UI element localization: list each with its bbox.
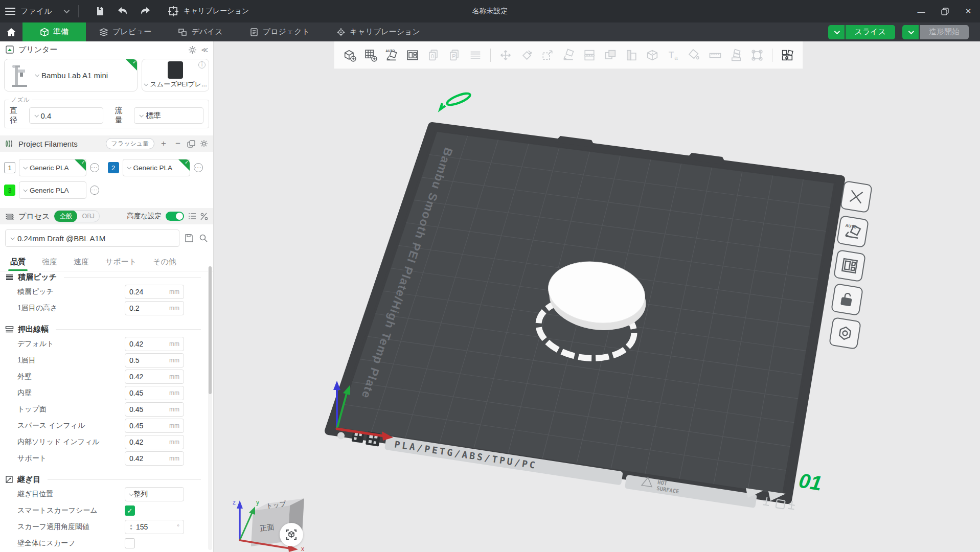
flow-select[interactable]: 標準 [134, 107, 203, 124]
setting-input[interactable]: 0.42mm [125, 435, 184, 449]
nozzle-diameter-select[interactable]: 0.4 [29, 107, 104, 124]
tab-project[interactable]: プロジェクト [236, 22, 323, 41]
save-button[interactable] [91, 2, 109, 20]
redo-button[interactable] [136, 2, 154, 20]
flush-volume-button[interactable]: フラッシュ量 [106, 138, 154, 149]
paint-tool-button[interactable] [686, 47, 702, 63]
filament-3-color-swatch[interactable]: 3 [4, 185, 15, 196]
filament-1-color-swatch[interactable]: 1 [4, 162, 15, 173]
filament-settings-gear-icon[interactable] [200, 140, 208, 148]
tab-preview[interactable]: プレビュー [86, 22, 165, 41]
scope-objects-pill[interactable]: OBJ [77, 213, 99, 220]
setting-input[interactable]: 0.24mm [125, 285, 184, 299]
setting-input[interactable]: 0.2mm [125, 301, 184, 315]
setting-input[interactable]: 0.42mm [125, 370, 184, 384]
advanced-settings-toggle[interactable] [166, 212, 184, 221]
group-header[interactable]: 押出線幅 [0, 323, 206, 336]
sidebar-scrollbar[interactable] [208, 266, 212, 550]
setting-input[interactable]: 0.45mm [125, 402, 184, 417]
filament-2-color-swatch[interactable]: 2 [108, 162, 119, 173]
calibration-shortcut[interactable]: キャリブレーション [168, 6, 249, 17]
spinner-arrows-icon[interactable]: ▲▼ [129, 523, 133, 531]
print-button[interactable]: 造形開始 [920, 25, 969, 39]
viewport-3d[interactable]: Bambu Smooth PEI Plate/High Temp Plate P… [214, 41, 980, 552]
plate-number[interactable]: 01 [797, 469, 824, 494]
add-object-button[interactable] [341, 47, 358, 63]
plate-type-card[interactable]: i スムーズPEIプレ... [142, 59, 209, 91]
collapse-sidebar-icon[interactable]: ≪ [201, 46, 208, 54]
expand-settings-list-icon[interactable] [188, 213, 196, 220]
slice-options-button[interactable] [828, 25, 845, 39]
setting-input[interactable]: 0.42mm [125, 451, 184, 466]
plate-settings-button[interactable] [829, 317, 861, 350]
boolean-button[interactable] [602, 47, 619, 63]
copy-button[interactable]: 0 [425, 47, 442, 63]
fill-modifier-button[interactable] [623, 47, 640, 63]
setting-checkbox[interactable] [125, 538, 135, 548]
move-button[interactable] [497, 47, 514, 63]
restore-button[interactable] [933, 0, 956, 22]
setting-input[interactable]: 0.42mm [125, 337, 184, 351]
save-preset-icon[interactable] [185, 234, 194, 243]
add-plate-button[interactable] [362, 47, 379, 63]
home-button[interactable] [0, 22, 22, 41]
auto-arrange-button[interactable] [404, 47, 421, 63]
compare-presets-icon[interactable] [200, 213, 208, 220]
undo-button[interactable] [113, 2, 132, 20]
group-header[interactable]: 積層ピッチ [0, 270, 206, 284]
setting-checkbox[interactable]: ✓ [125, 505, 135, 516]
assembly-view-button[interactable] [779, 47, 795, 63]
group-header[interactable]: 継ぎ目 [0, 473, 206, 486]
text-tool-button[interactable]: Ta [665, 47, 681, 63]
filament-2-select[interactable]: Generic PLA [123, 159, 190, 176]
cut-button[interactable] [644, 47, 660, 63]
process-preset-select[interactable]: 0.24mm Draft @BBL A1M [5, 229, 179, 247]
filament-2-more-button[interactable]: ··· [194, 163, 203, 172]
filament-1-select[interactable]: Generic PLA [19, 159, 86, 176]
auto-orient-button[interactable]: AUTO [383, 47, 400, 63]
file-menu[interactable]: ファイル [20, 7, 52, 16]
setting-input[interactable]: 0.45mm [125, 386, 184, 400]
orientation-navigator[interactable]: トップ 正面 z y x [217, 484, 320, 552]
scale-button[interactable] [539, 47, 556, 63]
minimize-button[interactable]: — [909, 0, 933, 22]
delete-all-button[interactable] [840, 180, 873, 213]
filament-3-select[interactable]: Generic PLA [19, 181, 86, 199]
hamburger-icon[interactable] [5, 8, 15, 15]
file-menu-chevron-icon[interactable] [64, 8, 70, 13]
scrollbar-thumb[interactable] [209, 266, 212, 394]
tab-device[interactable]: デバイス [165, 22, 236, 41]
slice-button[interactable]: スライス [846, 25, 895, 39]
print-options-button[interactable] [902, 25, 919, 39]
select-frame-button[interactable] [749, 47, 765, 63]
fit-view-button[interactable] [280, 523, 303, 546]
close-button[interactable]: ✕ [956, 0, 980, 22]
build-plate-scene[interactable]: Bambu Smooth PEI Plate/High Temp Plate P… [214, 41, 980, 552]
rotate-button[interactable] [518, 47, 535, 63]
remove-filament-button[interactable]: − [173, 139, 183, 149]
setting-select[interactable]: 整列 [125, 487, 184, 501]
setting-input[interactable]: 0.45mm [125, 419, 184, 433]
printer-card[interactable]: Bambu Lab A1 mini [4, 59, 138, 91]
tab-calibration[interactable]: キャリブレーション [323, 22, 434, 41]
tab-prepare[interactable]: 準備 [22, 22, 86, 41]
add-filament-button[interactable]: + [158, 139, 169, 149]
plate-layout-button[interactable] [833, 249, 866, 282]
filament-1-more-button[interactable]: ··· [90, 163, 99, 172]
plate-info-icon[interactable]: i [198, 61, 206, 68]
measure-tool-button[interactable] [707, 47, 723, 63]
sync-filament-icon[interactable] [187, 140, 196, 148]
paste-button[interactable]: P [446, 47, 463, 63]
place-on-face-button[interactable] [560, 47, 577, 63]
auto-orient-plate-button[interactable]: AUTO [836, 215, 869, 248]
setting-spinner[interactable]: ▲▼155° [125, 520, 184, 534]
filament-3-more-button[interactable]: ··· [90, 186, 99, 195]
setting-input[interactable]: 0.5mm [125, 353, 184, 367]
search-settings-icon[interactable] [199, 234, 208, 243]
lock-plate-button[interactable] [831, 283, 863, 316]
variable-layer-height-button[interactable] [467, 47, 484, 63]
scope-global-pill[interactable]: 全般 [54, 210, 77, 222]
step-arrange-button[interactable] [728, 47, 744, 63]
printer-settings-gear-icon[interactable] [188, 45, 197, 54]
split-to-objects-button[interactable] [581, 47, 598, 63]
